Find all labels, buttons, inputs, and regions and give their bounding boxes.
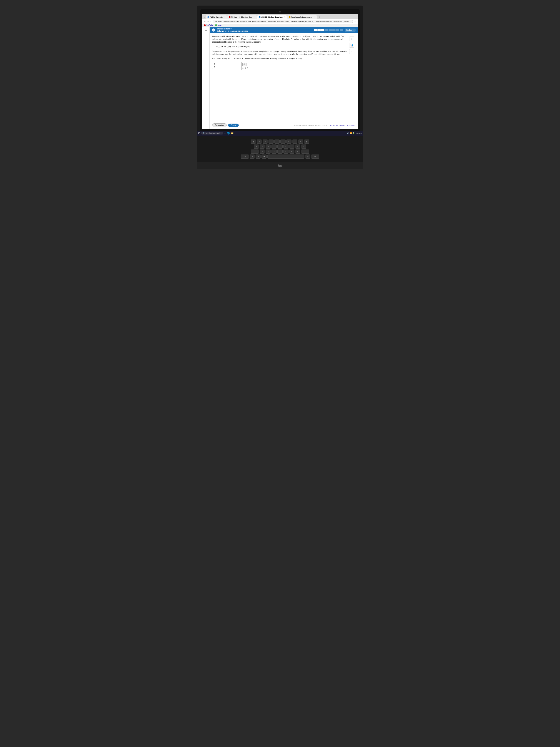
key-ctrl[interactable]: Ctrl [241,155,249,159]
tab-close-aces[interactable]: ✕ [314,16,315,18]
key-f[interactable]: f [271,145,277,149]
key-i[interactable]: i [292,139,297,144]
taskbar: ⊞ 🔍 Type here to search ⊡ 🌐 📁 🔊 📶 🔋 9:45… [197,131,363,136]
unit-fraction: g L [214,62,216,68]
check-button[interactable]: Check [228,124,239,127]
key-g[interactable]: g [277,145,283,149]
fraction-button[interactable]: □□ [242,62,246,66]
stoichiometry-label: STOICHIOMETRY [217,28,248,30]
key-r[interactable]: r [268,139,274,144]
sub-4b: 4 [246,46,247,48]
forward-button[interactable]: → [207,20,209,23]
tab-mcgraw[interactable]: McGraw-Hill Education Campus ✕ [227,16,257,19]
user-menu[interactable]: Lindsay ▾ [345,28,355,32]
hp-logo-text: hp [278,164,282,168]
taskbar-search-text: Type here to search [205,132,220,134]
key-t[interactable]: t [274,139,279,144]
content-area: ☰ ▾ STOICHIOMETRY Solving for a reactant… [202,27,358,129]
question-content: One way in which the useful metal copper… [210,33,358,122]
key-l[interactable]: l [301,145,306,149]
wifi-icon[interactable]: 📶 [350,132,352,134]
key-b[interactable]: b [283,150,289,154]
key-n[interactable]: n [289,150,294,154]
volume-icon[interactable]: 🔊 [347,132,349,134]
equation-block: Fe(s) + CuSO4(aq) → Cu(s) + FeSO4(aq) [212,45,348,49]
key-w[interactable]: w [257,139,262,144]
tab-label-aleks-chem: ALEKs Chemistry [210,16,223,18]
key-shift-right[interactable]: ⇧ [301,150,309,154]
key-p[interactable]: p [304,139,309,144]
key-u[interactable]: u [286,139,292,144]
key-e[interactable]: e [263,139,268,144]
terms-link[interactable]: Terms of Use [330,125,338,126]
accessibility-link[interactable]: Accessibility [347,125,355,126]
clipboard-icon: 📋 [350,37,353,41]
chevron-expand-button[interactable]: ▾ [212,28,215,32]
key-y[interactable]: y [281,139,286,144]
edge-icon[interactable]: 🌐 [227,132,230,134]
key-shift-left[interactable]: ⇧ [251,150,259,154]
answer-input-box[interactable]: g L [212,62,240,69]
progress-seg-6 [332,29,336,31]
tab-aleks-chem[interactable]: ALEKs Chemistry ✕ [206,16,227,19]
bookmark-youtube[interactable]: YouTube [204,24,213,26]
battery-icon[interactable]: 🔋 [353,132,355,134]
tab-aleks-learn[interactable]: A ALEKS - Lindsay Brooks - Learn ✕ [257,16,287,19]
key-c[interactable]: c [271,150,277,154]
key-row-3: ⇧ z x c v b n m ⇧ [251,150,309,154]
tab-close-mcgraw[interactable]: ✕ [254,16,256,18]
chart-icon-btn[interactable]: 📊 [349,43,354,48]
hamburger-icon[interactable]: ☰ [205,28,207,31]
key-fn[interactable]: Fn [250,155,255,159]
key-x[interactable]: x [266,150,271,154]
delete-button[interactable]: × [242,67,243,70]
chart-icon: 📊 [350,44,353,47]
math-toolbar-actions: × ↺ ? [242,67,248,70]
copyright-text: © 2021 McGraw-Hill Education. All Rights… [294,125,328,126]
expand-icon-btn[interactable]: ⤢ [349,49,354,54]
youtube-icon [204,24,206,26]
back-button[interactable]: ← [204,20,206,23]
aleks-header-titles: STOICHIOMETRY Solving for a reactant in … [217,28,248,32]
bookmark-star-icon[interactable]: ☆ [354,20,356,23]
key-v[interactable]: v [277,150,283,154]
side-icons: 📋 📊 ⤢ [348,35,355,120]
key-d[interactable]: d [266,145,271,149]
sub-4: 4 [227,46,228,48]
key-s[interactable]: s [260,145,265,149]
key-ctrl-right[interactable]: Ctrl [311,155,319,159]
key-j[interactable]: j [289,145,294,149]
key-k[interactable]: k [295,145,300,149]
key-z[interactable]: z [260,150,265,154]
refresh-button[interactable]: ↻ [210,20,212,23]
close-icon[interactable]: ✕ [203,16,206,18]
key-a[interactable]: a [254,145,259,149]
maps-icon [215,24,217,26]
clipboard-icon-btn[interactable]: 📋 [349,36,354,41]
windows-start-icon[interactable]: ⊞ [198,132,200,134]
help-button[interactable]: ? [247,67,248,70]
new-tab-button[interactable]: + [317,15,322,19]
bookmark-maps[interactable]: Maps [215,24,222,26]
laptop-shell: ✕ ALEKs Chemistry ✕ McGraw-Hill Educatio… [197,5,363,131]
key-m[interactable]: m [295,150,300,154]
undo-button[interactable]: ↺ [245,67,246,70]
taskbar-search-box[interactable]: 🔍 Type here to search [201,132,223,134]
key-o[interactable]: o [298,139,303,144]
tab-close-aleks-learn[interactable]: ✕ [284,16,285,18]
privacy-link[interactable]: Privacy [340,125,345,126]
tab-label-aleks-learn: ALEKS - Lindsay Brooks - Learn [261,16,283,18]
explanation-button[interactable]: Explanation [212,123,227,127]
tab-aces[interactable]: https://aces.limitedbrands.com/e ✕ [287,16,317,19]
key-h[interactable]: h [283,145,289,149]
file-explorer-icon[interactable]: 📁 [231,132,234,134]
key-q[interactable]: q [251,139,256,144]
key-space[interactable] [267,155,304,159]
address-url-bar[interactable]: wn.aleks.com/alekscgi/x/lsl.exe/1o_u-lgN… [213,20,353,23]
key-alt-left[interactable]: Alt [262,155,267,159]
progress-seg-7 [336,29,339,31]
task-view-icon[interactable]: ⊡ [224,132,226,134]
tab-close-aleks-chem[interactable]: ✕ [224,16,225,18]
key-alt-right[interactable]: Alt [305,155,310,159]
key-win[interactable]: ⊞ [256,155,261,159]
